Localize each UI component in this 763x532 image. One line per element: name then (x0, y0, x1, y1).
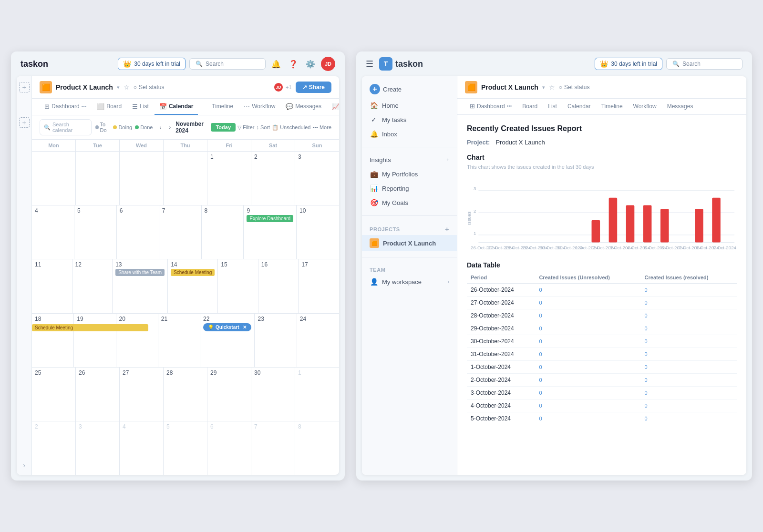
cal-cell-18[interactable]: 18 Schedule Meeting (32, 314, 74, 367)
cal-cell-20[interactable]: 20 (116, 314, 158, 367)
event-quickstart[interactable]: 💡 Quickstart ✕ (203, 323, 251, 331)
cal-cell-30[interactable]: 30 (251, 368, 295, 421)
cal-cell-19[interactable]: 19 (74, 314, 116, 367)
close-icon[interactable]: ✕ (243, 325, 247, 330)
sidebar-collapse-button[interactable]: › (23, 461, 25, 475)
help-button[interactable]: ❓ (287, 57, 300, 71)
right-tab-dashboard[interactable]: ⊞ Dashboard ••• (465, 99, 516, 114)
right-tab-timeline[interactable]: Timeline (597, 99, 628, 114)
cal-cell-27[interactable]: 27 (120, 368, 164, 421)
sidebar-item-project[interactable]: 🟧 Product X Launch (362, 235, 457, 251)
insights-header[interactable]: Insights + (362, 153, 457, 167)
event-explore-dashboard[interactable]: Explore Dashboard (247, 215, 293, 222)
tab-list[interactable]: ☰ List (127, 99, 154, 115)
cal-cell[interactable]: 5 (164, 421, 207, 475)
cal-cell-5[interactable]: 5 (74, 205, 117, 259)
cal-cell[interactable] (164, 152, 207, 205)
cal-cell[interactable] (32, 152, 76, 205)
cal-cell-14[interactable]: 14 Schedule Meeting (168, 259, 218, 313)
left-search-bar[interactable]: 🔍 Search (189, 58, 266, 70)
right-tab-board[interactable]: Board (517, 99, 542, 114)
sidebar-add-button[interactable]: + (19, 82, 30, 92)
cal-cell[interactable]: 3 (76, 421, 120, 475)
sidebar-item-reporting[interactable]: 📊 Reporting (362, 181, 457, 195)
sidebar-item-workspace[interactable]: 👤 My workspace › (362, 275, 457, 289)
event-schedule-meeting-1[interactable]: Schedule Meeting (171, 269, 215, 276)
cal-cell-25[interactable]: 25 (32, 368, 76, 421)
cal-cell-22[interactable]: 22 💡 Quickstart ✕ (200, 314, 255, 367)
cal-cell-13[interactable]: 13 Share with the Team (113, 259, 168, 313)
right-search-bar[interactable]: 🔍 Search (666, 58, 742, 70)
tab-board[interactable]: ⬜ Board (92, 99, 126, 115)
projects-add-icon[interactable]: + (445, 225, 449, 233)
event-share-team[interactable]: Share with the Team (115, 269, 165, 276)
filter-button[interactable]: ▽ Filter (237, 124, 254, 131)
cal-cell-10[interactable]: 10 (297, 205, 339, 259)
cal-cell[interactable]: 8 (295, 421, 339, 475)
set-status-button[interactable]: ○ Set status (134, 84, 165, 91)
tab-dashboard[interactable]: ⊞ Dashboard ••• (40, 99, 91, 115)
trial-badge[interactable]: 👑 30 days left in trial (118, 58, 186, 70)
cal-cell-16[interactable]: 16 (258, 259, 299, 313)
sidebar-item-goals[interactable]: 🎯 My Goals (362, 195, 457, 210)
tab-workflow[interactable]: ⋯ Workflow (239, 99, 280, 115)
share-button[interactable]: ↗ Share (296, 82, 331, 93)
cal-cell[interactable]: 7 (251, 421, 295, 475)
cal-cell-17[interactable]: 17 (299, 259, 339, 313)
sidebar-add-button-2[interactable]: + (19, 117, 30, 128)
cal-cell[interactable] (76, 152, 120, 205)
calendar-search[interactable]: 🔍 Search calendar (40, 119, 92, 135)
sort-button[interactable]: ↕ Sort (256, 124, 270, 130)
cal-cell-3[interactable]: 3 (295, 152, 339, 205)
cal-cell-7[interactable]: 7 (159, 205, 202, 259)
unscheduled-button[interactable]: 📋 Unscheduled (272, 124, 310, 131)
avatar[interactable]: JD (321, 57, 335, 71)
right-tab-list[interactable]: List (543, 99, 562, 114)
right-tab-messages[interactable]: Messages (662, 99, 698, 114)
cal-cell-6[interactable]: 6 (117, 205, 159, 259)
right-trial-badge[interactable]: 👑 30 days left in trial (595, 58, 662, 70)
more-button[interactable]: ••• More (312, 124, 331, 130)
cal-cell-1[interactable]: 1 (207, 152, 251, 205)
sidebar-item-inbox[interactable]: 🔔 Inbox (362, 127, 457, 141)
menu-button[interactable]: ☰ (366, 59, 373, 69)
cal-cell[interactable]: 2 (32, 421, 76, 475)
cal-cell-24[interactable]: 24 (297, 314, 339, 367)
cal-cell[interactable]: 4 (120, 421, 164, 475)
cal-cell-11[interactable]: 11 (32, 259, 72, 313)
right-project-star-icon[interactable]: ☆ (549, 83, 555, 91)
right-tab-calendar[interactable]: Calendar (563, 99, 596, 114)
right-more-dots[interactable]: ••• (507, 103, 512, 109)
tab-reports[interactable]: 📈 Reports (327, 99, 339, 115)
tab-timeline[interactable]: — Timeline (199, 99, 238, 115)
sidebar-item-tasks[interactable]: ✓ My tasks (362, 113, 457, 127)
cal-cell-23[interactable]: 23 (255, 314, 297, 367)
cal-cell-9[interactable]: 9 Explore Dashboard (244, 205, 297, 259)
cal-cell-29[interactable]: 29 (207, 368, 251, 421)
tab-calendar[interactable]: 📅 Calendar (155, 99, 198, 115)
project-star-icon[interactable]: ☆ (124, 83, 130, 91)
more-dots[interactable]: ••• (82, 104, 87, 109)
right-set-status-button[interactable]: ○ Set status (559, 84, 590, 91)
cal-cell[interactable] (120, 152, 164, 205)
create-button[interactable]: + Create (362, 80, 457, 98)
project-dropdown-button[interactable]: ▾ (117, 84, 120, 91)
tab-messages[interactable]: 💬 Messages (281, 99, 326, 115)
cal-cell[interactable]: 6 (207, 421, 251, 475)
right-tab-workflow[interactable]: Workflow (629, 99, 661, 114)
cal-cell-15[interactable]: 15 (218, 259, 258, 313)
cal-cell-12[interactable]: 12 (72, 259, 113, 313)
event-schedule-meeting-2[interactable]: Schedule Meeting (32, 324, 148, 331)
cal-cell-28[interactable]: 28 (164, 368, 207, 421)
today-button[interactable]: Today (211, 123, 236, 132)
cal-cell-8[interactable]: 8 (202, 205, 244, 259)
sidebar-item-portfolios[interactable]: 💼 My Portfolios (362, 167, 457, 181)
next-month-button[interactable]: › (166, 123, 174, 132)
cal-cell-2[interactable]: 2 (251, 152, 295, 205)
cal-cell-26[interactable]: 26 (76, 368, 120, 421)
sidebar-item-home[interactable]: 🏠 Home (362, 98, 457, 113)
notifications-button[interactable]: 🔔 (269, 57, 283, 71)
right-project-dropdown-button[interactable]: ▾ (542, 84, 545, 91)
cal-cell[interactable]: 1 (295, 368, 339, 421)
cal-cell-21[interactable]: 21 (158, 314, 200, 367)
